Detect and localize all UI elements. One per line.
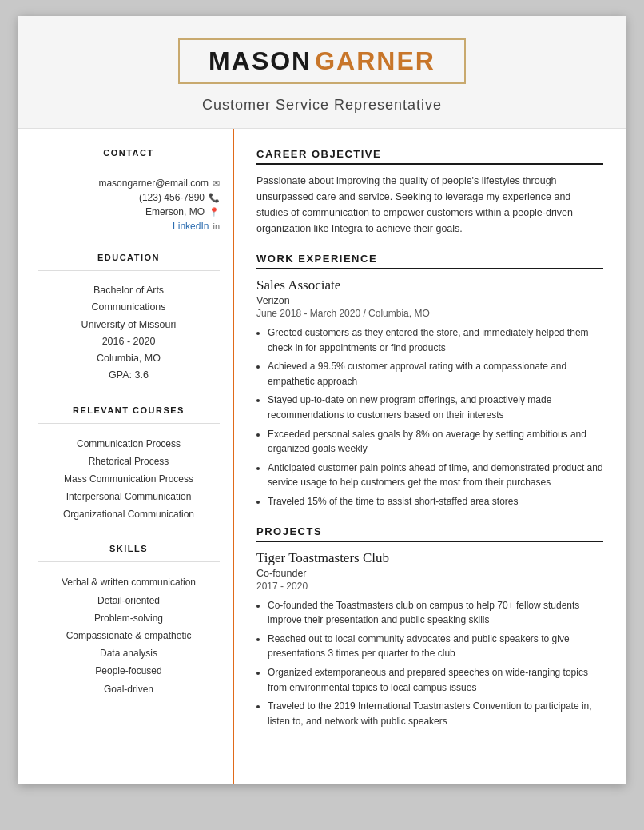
phone-item: (123) 456-7890 📞: [38, 192, 220, 203]
phone-icon: 📞: [209, 193, 220, 203]
list-item: Verbal & written communication: [38, 573, 220, 591]
location-icon: 📍: [209, 207, 220, 217]
list-item: Rhetorical Process: [38, 453, 220, 470]
email-text: masongarner@email.com: [98, 178, 209, 189]
list-item: Traveled 15% of the time to assist short…: [268, 494, 603, 509]
gpa: GPA: 3.6: [38, 367, 220, 384]
project-role: Co-founder: [256, 568, 603, 579]
location-item: Emerson, MO 📍: [38, 206, 220, 217]
first-name: MASON: [209, 46, 312, 75]
list-item: Greeted customers as they entered the st…: [268, 325, 603, 355]
list-item: Organized extemporaneous and prepared sp…: [268, 665, 603, 695]
resume-header: MASON GARNER Customer Service Representa…: [18, 16, 626, 129]
phone-text: (123) 456-7890: [139, 192, 205, 203]
list-item: Data analysis: [38, 644, 220, 662]
contact-heading: CONTACT: [38, 148, 220, 158]
list-item: Traveled to the 2019 International Toast…: [268, 699, 603, 728]
resume-body: CONTACT masongarner@email.com ✉ (123) 45…: [18, 129, 626, 784]
linkedin-item[interactable]: LinkedIn in: [38, 221, 220, 232]
list-item: Exceeded personal sales goals by 8% on a…: [268, 427, 603, 457]
email-item: masongarner@email.com ✉: [38, 178, 220, 189]
education-heading: EDUCATION: [38, 253, 220, 262]
skills-heading: SKILLS: [38, 544, 220, 553]
skills-list: Verbal & written communication Detail-or…: [38, 573, 220, 697]
degree: Bachelor of Arts: [38, 282, 220, 299]
job-bullets: Greeted customers as they entered the st…: [268, 325, 603, 509]
sidebar: CONTACT masongarner@email.com ✉ (123) 45…: [18, 129, 234, 784]
list-item: Communication Process: [38, 435, 220, 453]
main-content: CAREER OBJECTIVE Passionate about improv…: [234, 129, 626, 784]
project-bullets: Co-founded the Toastmasters club on camp…: [268, 598, 603, 729]
project-dates: 2017 - 2020: [256, 581, 603, 592]
skills-divider: [38, 561, 220, 562]
divider: [38, 166, 220, 166]
projects-heading: PROJECTS: [256, 525, 603, 542]
resume-container: MASON GARNER Customer Service Representa…: [18, 16, 626, 784]
job-meta: June 2018 - March 2020 / Columbia, MO: [256, 308, 603, 319]
list-item: Mass Communication Process: [38, 470, 220, 488]
university: University of Missouri: [38, 317, 220, 333]
linkedin-link[interactable]: LinkedIn: [173, 221, 209, 232]
list-item: Goal-driven: [38, 680, 220, 698]
career-objective-heading: CAREER OBJECTIVE: [256, 148, 603, 165]
list-item: Organizational Communication: [38, 505, 220, 523]
list-item: Anticipated customer pain points ahead o…: [268, 461, 603, 490]
courses-section: RELEVANT COURSES Communication Process R…: [38, 405, 220, 524]
courses-divider: [38, 423, 220, 424]
company-name: Verizon: [256, 295, 603, 306]
name-box: MASON GARNER: [178, 38, 466, 84]
email-icon: ✉: [213, 178, 220, 189]
edu-city: Columbia, MO: [38, 350, 220, 367]
location-text: Emerson, MO: [145, 206, 205, 217]
list-item: People-focused: [38, 662, 220, 680]
list-item: Compassionate & empathetic: [38, 627, 220, 644]
list-item: Interpersonal Communication: [38, 488, 220, 505]
work-experience-heading: WORK EXPERIENCE: [256, 253, 603, 269]
edu-years: 2016 - 2020: [38, 333, 220, 350]
list-item: Problem-solving: [38, 609, 220, 627]
list-item: Achieved a 99.5% customer approval ratin…: [268, 359, 603, 389]
job-position-title: Sales Associate: [256, 277, 603, 293]
list-item: Detail-oriented: [38, 592, 220, 609]
courses-list: Communication Process Rhetorical Process…: [38, 435, 220, 524]
education-section: EDUCATION Bachelor of Arts Communication…: [38, 253, 220, 385]
last-name: GARNER: [315, 46, 435, 75]
courses-heading: RELEVANT COURSES: [38, 405, 220, 415]
job-title-header: Customer Service Representative: [50, 97, 594, 114]
project-title: Tiger Toastmasters Club: [256, 550, 603, 566]
education-block: Bachelor of Arts Communications Universi…: [38, 282, 220, 385]
list-item: Stayed up-to-date on new program offerin…: [268, 393, 603, 422]
career-objective-text: Passionate about improving the quality o…: [256, 173, 603, 237]
skills-section: SKILLS Verbal & written communication De…: [38, 544, 220, 697]
major: Communications: [38, 299, 220, 316]
contact-section: CONTACT masongarner@email.com ✉ (123) 45…: [38, 148, 220, 232]
list-item: Co-founded the Toastmasters club on camp…: [268, 598, 603, 628]
linkedin-icon: in: [213, 221, 220, 231]
list-item: Reached out to local community advocates…: [268, 632, 603, 661]
edu-divider: [38, 270, 220, 271]
